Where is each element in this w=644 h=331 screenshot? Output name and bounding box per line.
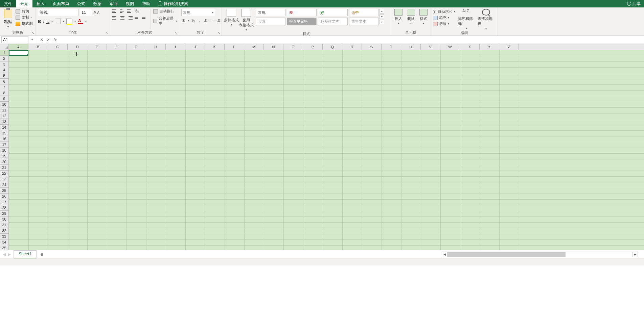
col-header-K[interactable]: K xyxy=(205,44,225,50)
row-header-25[interactable]: 25 xyxy=(0,188,9,194)
row-header-19[interactable]: 19 xyxy=(0,153,9,159)
orientation-button[interactable]: ab xyxy=(134,8,140,15)
col-header-N[interactable]: N xyxy=(264,44,283,50)
scroll-left-button[interactable]: ◀ xyxy=(442,252,447,257)
align-center-button[interactable] xyxy=(120,16,125,20)
row-header-32[interactable]: 32 xyxy=(0,228,9,234)
increase-decimal-button[interactable]: .0→ xyxy=(204,18,211,23)
menu-review[interactable]: 审阅 xyxy=(106,0,122,7)
share-button[interactable]: 共享 xyxy=(627,1,641,7)
cancel-formula-button[interactable]: ✕ xyxy=(38,37,45,42)
conditional-formatting-button[interactable]: 条件格式 ▾ xyxy=(224,9,239,31)
row-header-23[interactable]: 23 xyxy=(0,176,9,182)
autosum-button[interactable]: ∑ 自动求和 ▾ xyxy=(433,9,455,14)
sort-filter-button[interactable]: A↓Z 排序和筛选 ▾ xyxy=(458,9,475,30)
row-header-26[interactable]: 26 xyxy=(0,194,9,199)
decrease-indent-button[interactable] xyxy=(135,16,140,20)
style-normal[interactable]: 常规 xyxy=(256,9,285,16)
select-all-button[interactable] xyxy=(0,44,9,50)
font-name-select[interactable] xyxy=(38,9,78,16)
menu-view[interactable]: 视图 xyxy=(122,0,138,7)
formula-input[interactable] xyxy=(59,36,644,43)
find-select-button[interactable]: 查找和选择 ▾ xyxy=(478,9,495,30)
row-header-17[interactable]: 17 xyxy=(0,142,9,148)
menu-help[interactable]: 帮助 xyxy=(138,0,154,7)
underline-button[interactable]: U xyxy=(46,19,49,24)
decrease-font-button[interactable]: A xyxy=(97,11,99,15)
col-header-W[interactable]: W xyxy=(440,44,460,50)
horizontal-scrollbar[interactable]: ◀ ▶ xyxy=(442,252,638,257)
fill-color-button[interactable] xyxy=(66,19,72,24)
col-header-J[interactable]: J xyxy=(185,44,205,50)
wrap-text-button[interactable]: 自动换行 xyxy=(153,9,177,14)
tell-me-search[interactable]: 操作说明搜索 xyxy=(154,1,188,7)
style-neutral[interactable]: 适中 xyxy=(349,9,379,16)
font-launcher[interactable]: ⤡ xyxy=(105,31,109,35)
column-headers[interactable]: ABCDEFGHIJKLMNOPQRSTUVWXYZ xyxy=(9,44,644,50)
col-header-B[interactable]: B xyxy=(28,44,48,50)
delete-cells-button[interactable]: 删除 ▾ xyxy=(406,9,416,29)
styles-up-button[interactable]: ▲ xyxy=(380,9,384,14)
style-warning[interactable]: 警告文本 xyxy=(349,18,379,25)
insert-function-button[interactable]: fx xyxy=(52,37,59,42)
tab-scroll-right[interactable]: ▶ xyxy=(8,252,11,257)
col-header-D[interactable]: D xyxy=(68,44,87,50)
row-header-34[interactable]: 34 xyxy=(0,239,9,245)
row-header-4[interactable]: 4 xyxy=(0,67,9,73)
col-header-S[interactable]: S xyxy=(362,44,382,50)
align-right-button[interactable] xyxy=(127,16,133,20)
cut-button[interactable]: 剪切 xyxy=(16,9,33,14)
sheet-tab-sheet1[interactable]: Sheet1 xyxy=(14,250,37,258)
clear-button[interactable]: 清除 ▾ xyxy=(433,21,455,26)
row-header-27[interactable]: 27 xyxy=(0,199,9,205)
number-format-select[interactable]: 常规 ▾ xyxy=(181,9,215,16)
row-header-7[interactable]: 7 xyxy=(0,84,9,90)
row-header-15[interactable]: 15 xyxy=(0,130,9,136)
decrease-decimal-button[interactable]: ←.0 xyxy=(213,18,220,23)
align-middle-button[interactable] xyxy=(120,9,125,14)
row-header-20[interactable]: 20 xyxy=(0,159,9,165)
style-check-cell[interactable]: 检查单元格 xyxy=(287,18,317,25)
number-launcher[interactable]: ⤡ xyxy=(217,31,221,35)
name-box-dropdown[interactable]: ▾ xyxy=(30,36,34,43)
row-header-18[interactable]: 18 xyxy=(0,148,9,153)
row-header-33[interactable]: 33 xyxy=(0,234,9,239)
col-header-I[interactable]: I xyxy=(166,44,185,50)
scroll-right-button[interactable]: ▶ xyxy=(632,252,638,257)
cells-area[interactable]: ✛ xyxy=(9,50,644,250)
menu-formulas[interactable]: 公式 xyxy=(73,0,89,7)
col-header-X[interactable]: X xyxy=(460,44,480,50)
style-bad[interactable]: 差 xyxy=(287,9,317,16)
scroll-thumb[interactable] xyxy=(447,252,566,257)
format-painter-button[interactable]: 格式刷 xyxy=(16,21,33,26)
row-header-5[interactable]: 5 xyxy=(0,73,9,79)
merge-center-button[interactable]: 合并后居中 ▾ xyxy=(153,16,177,26)
accounting-format-button[interactable]: $ xyxy=(181,18,186,23)
row-header-6[interactable]: 6 xyxy=(0,79,9,84)
col-header-H[interactable]: H xyxy=(146,44,166,50)
format-as-table-button[interactable]: 套用 表格格式 ▾ xyxy=(239,9,254,31)
row-header-8[interactable]: 8 xyxy=(0,90,9,96)
menu-insert[interactable]: 插入 xyxy=(32,0,49,7)
col-header-V[interactable]: V xyxy=(421,44,440,50)
active-cell[interactable] xyxy=(9,50,28,56)
col-header-Y[interactable]: Y xyxy=(480,44,499,50)
increase-font-button[interactable]: A xyxy=(93,10,96,15)
styles-down-button[interactable]: ▼ xyxy=(380,14,384,19)
row-header-31[interactable]: 31 xyxy=(0,222,9,228)
name-box[interactable]: A1 xyxy=(1,36,28,43)
col-header-A[interactable]: A xyxy=(9,44,28,50)
col-header-R[interactable]: R xyxy=(342,44,362,50)
scroll-track[interactable] xyxy=(447,252,632,257)
font-color-button[interactable]: A xyxy=(78,18,83,24)
col-header-T[interactable]: T xyxy=(382,44,401,50)
row-header-21[interactable]: 21 xyxy=(0,165,9,171)
borders-button[interactable] xyxy=(55,19,61,24)
row-header-24[interactable]: 24 xyxy=(0,182,9,188)
row-header-35[interactable]: 35 xyxy=(0,245,9,250)
increase-indent-button[interactable] xyxy=(142,16,147,20)
menu-data[interactable]: 数据 xyxy=(89,0,106,7)
col-header-O[interactable]: O xyxy=(283,44,303,50)
col-header-Q[interactable]: Q xyxy=(323,44,342,50)
style-explanatory[interactable]: 解释性文本 xyxy=(318,18,348,25)
